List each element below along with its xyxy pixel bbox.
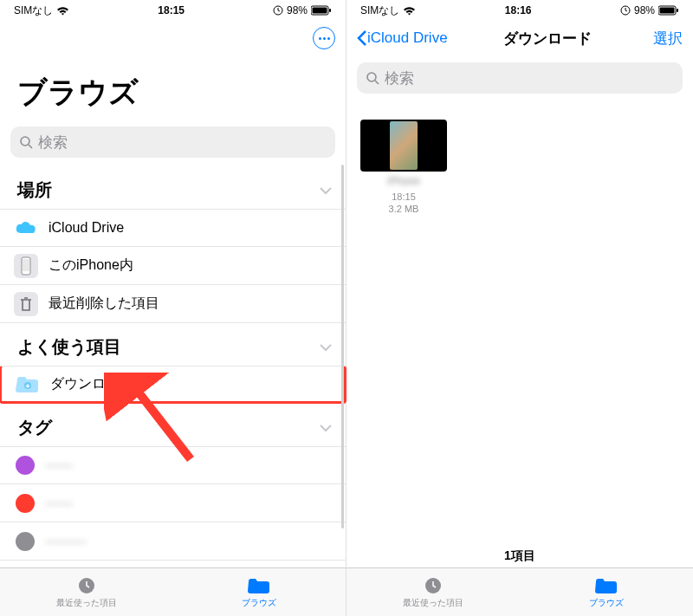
chevron-down-icon xyxy=(320,424,332,432)
trash-icon xyxy=(14,292,38,316)
favorites-list: ダウンロード xyxy=(0,366,346,404)
search-icon xyxy=(366,71,379,85)
svg-rect-13 xyxy=(659,8,674,14)
file-name: iPhone xyxy=(387,175,419,187)
battery-percent: 98% xyxy=(634,4,655,16)
svg-rect-2 xyxy=(312,8,327,14)
tab-recent[interactable]: 最近使った項目 xyxy=(0,568,173,616)
location-trash[interactable]: 最近削除した項目 xyxy=(0,285,346,323)
tags-header[interactable]: タグ xyxy=(0,404,346,446)
folder-download-icon xyxy=(16,372,40,396)
tab-bar: 最近使った項目 ブラウズ xyxy=(346,567,693,616)
svg-rect-7 xyxy=(23,259,29,271)
item-count: 1項目 xyxy=(346,548,693,564)
svg-line-16 xyxy=(375,81,379,84)
tag-dot-red xyxy=(16,494,35,513)
carrier-label: SIMなし xyxy=(360,3,399,18)
file-grid: iPhone 18:15 3.2 MB xyxy=(346,102,693,616)
favorites-header[interactable]: よく使う項目 xyxy=(0,323,346,366)
carrier-label: SIMなし xyxy=(14,3,53,18)
wifi-icon xyxy=(403,6,416,16)
folder-pane: SIMなし 18:16 98% iCloud Drive ダウンロード 選択 検… xyxy=(346,0,693,616)
search-input[interactable]: 検索 xyxy=(10,126,335,158)
clock-icon xyxy=(75,576,98,595)
rotation-lock-icon xyxy=(620,5,631,16)
clock-icon xyxy=(422,576,444,595)
tab-bar: 最近使った項目 ブラウズ xyxy=(0,567,346,616)
tag-row[interactable]: ――― xyxy=(0,522,346,561)
search-placeholder: 検索 xyxy=(38,133,68,152)
wifi-icon xyxy=(56,6,69,16)
back-button[interactable]: iCloud Drive xyxy=(357,29,448,47)
tag-row[interactable]: ―― xyxy=(0,484,346,522)
file-thumbnail xyxy=(360,120,447,172)
clock-label: 18:15 xyxy=(158,4,185,16)
folder-icon xyxy=(248,576,270,595)
row-label: ――― xyxy=(45,534,332,549)
file-meta: 18:15 3.2 MB xyxy=(389,191,419,216)
search-icon xyxy=(19,135,33,149)
more-button[interactable] xyxy=(313,27,335,49)
page-title: ブラウズ xyxy=(0,57,346,121)
chevron-left-icon xyxy=(357,29,367,47)
svg-point-4 xyxy=(21,137,29,146)
battery-icon xyxy=(658,5,679,16)
select-button[interactable]: 選択 xyxy=(653,29,683,49)
browse-pane: SIMなし 18:15 98% ブラウズ 検索 場所 iC xyxy=(0,0,346,616)
scroll-indicator xyxy=(341,165,344,528)
row-label: このiPhone内 xyxy=(49,256,332,275)
row-label: ダウンロード xyxy=(50,375,330,393)
svg-rect-3 xyxy=(329,9,331,12)
chevron-down-icon xyxy=(320,186,332,195)
search-input[interactable]: 検索 xyxy=(357,62,683,94)
svg-rect-14 xyxy=(677,9,678,12)
nav-bar xyxy=(0,19,346,57)
tab-browse[interactable]: ブラウズ xyxy=(520,568,693,616)
locations-list: iCloud Drive このiPhone内 最近削除した項目 xyxy=(0,209,346,323)
file-item[interactable]: iPhone 18:15 3.2 MB xyxy=(360,120,447,216)
svg-point-15 xyxy=(367,73,376,81)
search-placeholder: 検索 xyxy=(385,68,414,88)
tab-browse[interactable]: ブラウズ xyxy=(173,568,346,616)
battery-percent: 98% xyxy=(287,4,308,16)
location-icloud[interactable]: iCloud Drive xyxy=(0,209,346,247)
clock-label: 18:16 xyxy=(505,4,532,16)
folder-icon xyxy=(595,576,618,595)
rotation-lock-icon xyxy=(273,5,283,16)
chevron-down-icon xyxy=(320,343,332,352)
tag-row[interactable]: ―― xyxy=(0,446,346,484)
nav-bar: iCloud Drive ダウンロード 選択 xyxy=(346,19,693,57)
location-iphone[interactable]: このiPhone内 xyxy=(0,247,346,285)
row-label: iCloud Drive xyxy=(49,220,332,236)
status-bar: SIMなし 18:16 98% xyxy=(346,0,693,19)
row-label: ―― xyxy=(45,457,332,473)
svg-line-5 xyxy=(29,145,32,148)
locations-header[interactable]: 場所 xyxy=(0,166,346,209)
cloud-icon xyxy=(14,216,38,240)
iphone-icon xyxy=(14,254,38,278)
status-bar: SIMなし 18:15 98% xyxy=(0,0,346,19)
tag-dot-gray xyxy=(16,532,35,551)
tab-recent[interactable]: 最近使った項目 xyxy=(346,568,520,616)
row-label: 最近削除した項目 xyxy=(49,295,332,313)
nav-title: ダウンロード xyxy=(503,29,592,49)
favorite-downloads[interactable]: ダウンロード xyxy=(0,366,346,404)
tag-dot-purple xyxy=(16,456,35,475)
battery-icon xyxy=(311,5,332,16)
row-label: ―― xyxy=(45,496,332,511)
